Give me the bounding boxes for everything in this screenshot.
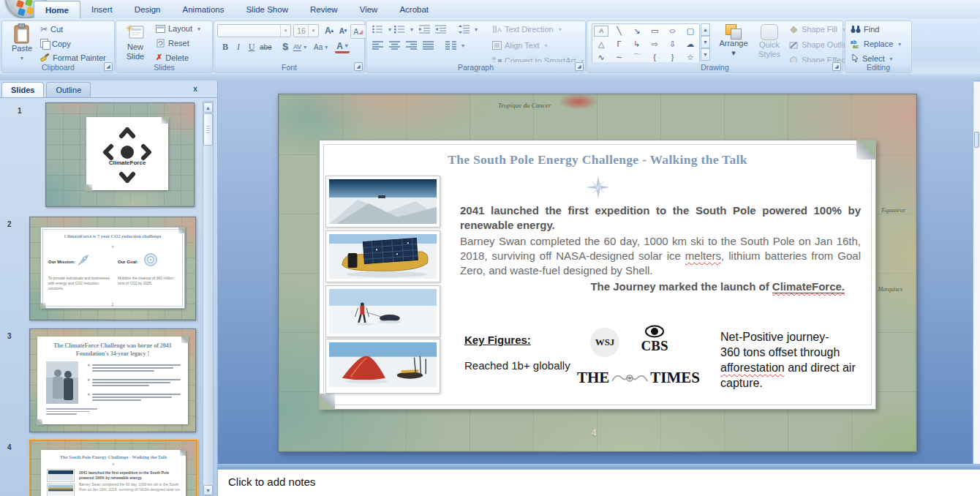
slide-thumbnail-4[interactable]: The South Pole Energy Challenge - Walkin… [29, 440, 197, 496]
panel-tab-outline[interactable]: Outline [46, 82, 91, 97]
main-scrollbar[interactable] [973, 82, 980, 464]
paste-clipboard-icon [13, 23, 31, 44]
font-dialog-launcher[interactable]: ◢ [354, 62, 363, 71]
tab-acrobat[interactable]: Acrobat [388, 1, 440, 18]
panel-close-button[interactable]: x [189, 83, 201, 95]
slides-panel-scrollbar[interactable]: ▲ ▼ [203, 101, 214, 496]
shapes-scroll-down-button[interactable]: ▼ [701, 36, 710, 48]
shrink-font-button[interactable]: A▾ [336, 24, 350, 37]
grow-font-button[interactable]: A▴ [322, 24, 336, 37]
quick-styles-button[interactable]: Quick Styles [754, 24, 785, 59]
clear-formatting-button[interactable]: A◢ [350, 24, 366, 39]
shape-fill-button[interactable]: Shape Fill [789, 25, 845, 34]
slide-body-textbox[interactable]: 2041 launched the first expedition to th… [460, 203, 861, 294]
shape-line-icon[interactable]: ╲ [610, 24, 627, 38]
photo-red-tent[interactable] [325, 339, 440, 394]
photo-skier[interactable] [325, 285, 440, 337]
tab-view[interactable]: View [349, 1, 389, 18]
copy-button[interactable]: Copy [40, 39, 71, 48]
drawing-dialog-launcher[interactable]: ◢ [832, 62, 841, 71]
text-direction-button[interactable]: A Text Direction [492, 25, 562, 34]
photo-solar-sled[interactable] [325, 230, 440, 282]
times-crest-icon [611, 371, 649, 386]
paste-label: Paste [12, 44, 32, 53]
shape-oval-icon[interactable]: ○ [659, 24, 685, 38]
arrange-button[interactable]: Arrange ▾ [716, 24, 751, 58]
notes-pane[interactable]: Click to add notes [218, 469, 980, 496]
replace-button[interactable]: abac Replace [851, 40, 901, 48]
slide-content-card[interactable]: The South Pole Energy Challenge - Walkin… [319, 140, 876, 410]
shape-triangle-icon[interactable]: △ [592, 38, 610, 51]
align-right-icon [406, 41, 417, 50]
shape-elbow-arrow-icon[interactable]: ↳ [628, 38, 646, 51]
clipboard-dialog-launcher[interactable]: ◢ [104, 62, 113, 71]
thumb4-star-icon: ✦ [41, 462, 186, 467]
align-text-button[interactable]: Align Text [492, 41, 548, 50]
strikethrough-button[interactable]: abe [258, 40, 274, 53]
justify-button[interactable] [423, 41, 434, 50]
change-case-button[interactable]: Aa [312, 40, 329, 53]
tab-review[interactable]: Review [299, 1, 349, 18]
panel-scrollbar-thumb[interactable] [203, 113, 213, 146]
decrease-indent-button[interactable] [419, 25, 430, 34]
main-scrollbar-thumb[interactable] [974, 132, 979, 148]
underline-button[interactable]: U [244, 40, 259, 53]
cut-button[interactable]: ✂ Cut [40, 24, 63, 34]
align-right-button[interactable] [406, 41, 417, 50]
shapes-more-button[interactable]: ▼ [701, 48, 710, 61]
panel-scroll-down-button[interactable]: ▼ [203, 485, 213, 495]
photo-snow-ridge[interactable] [325, 176, 440, 228]
tab-home[interactable]: Home [34, 1, 80, 18]
character-spacing-button[interactable]: AV [292, 40, 308, 53]
font-name-combo[interactable]: ▾ [217, 24, 291, 37]
slide-title[interactable]: The South Pole Energy Challenge - Walkin… [320, 152, 875, 168]
delete-slide-button[interactable]: ✗ Delete [156, 53, 189, 62]
format-painter-button[interactable]: Format Painter [40, 53, 106, 62]
bold-button[interactable]: B [218, 40, 233, 53]
slide-thumbnail-2[interactable]: ClimateForce is 7 year CO2 reduction cha… [29, 217, 196, 320]
tab-insert[interactable]: Insert [80, 1, 124, 18]
line-spacing-button[interactable] [459, 25, 478, 34]
font-color-button[interactable]: A [335, 40, 350, 53]
shape-arrow-icon[interactable]: ↘ [628, 24, 646, 38]
align-left-icon [372, 41, 383, 50]
shape-text-box-icon[interactable]: A [594, 26, 608, 37]
font-name-dropdown-arrow-icon[interactable]: ▾ [280, 25, 290, 37]
ribbon: Paste ▾ ✂ Cut Copy Format Painter Clipbo… [0, 18, 980, 74]
layout-label: Layout [168, 24, 192, 33]
find-button[interactable]: Find [851, 25, 879, 34]
net-positive-textbox[interactable]: Net-Positive journey- 360 tons offset th… [720, 329, 870, 391]
key-figures-textbox[interactable]: Key Figures: Reached 1b+ globally [464, 334, 570, 372]
increase-indent-button[interactable] [435, 25, 446, 34]
italic-button[interactable]: I [231, 40, 246, 53]
shapes-gallery[interactable]: A ╲ ↘ ▭ ○ ▢ △ Γ ↳ ⇨ ⇩ ☁ ∿ ∼ ⌒ { } ☆ [592, 23, 700, 64]
layout-button[interactable]: Layout [156, 24, 200, 33]
shape-elbow-connector-icon[interactable]: Γ [610, 38, 627, 51]
font-size-dropdown-arrow-icon[interactable]: ▾ [308, 25, 318, 37]
arrange-dropdown-arrow-icon[interactable]: ▾ [731, 48, 736, 58]
shape-down-arrow-icon[interactable]: ⇩ [663, 38, 681, 51]
slide-canvas[interactable]: Tropique du Cancer Equateur Iles Marquis… [278, 94, 917, 452]
shapes-scroll-up-button[interactable]: ▲ [701, 23, 710, 36]
shape-cloud-icon[interactable]: ☁ [682, 38, 699, 51]
text-shadow-button[interactable]: S [278, 40, 293, 53]
slide-thumbnail-3[interactable]: The ClimateForce Challenge was borne of … [29, 328, 196, 432]
panel-tab-slides[interactable]: Slides [1, 82, 44, 97]
reset-button[interactable]: Reset [156, 39, 189, 48]
notes-splitter[interactable] [218, 464, 980, 469]
paste-button[interactable]: Paste ▾ [7, 23, 37, 63]
shape-right-arrow-icon[interactable]: ⇨ [646, 38, 663, 51]
align-center-button[interactable] [389, 41, 400, 50]
tab-animations[interactable]: Animations [172, 1, 235, 18]
tab-design[interactable]: Design [124, 1, 172, 18]
slide-thumbnail-1[interactable]: ClimateForce [45, 102, 195, 207]
paragraph-dialog-launcher[interactable]: ◢ [575, 62, 584, 71]
numbering-button[interactable] [394, 25, 413, 34]
font-size-combo[interactable]: 16 ▾ [293, 24, 319, 37]
bullets-button[interactable] [372, 25, 391, 34]
align-left-button[interactable] [372, 41, 383, 50]
tab-slide-show[interactable]: Slide Show [235, 1, 299, 18]
columns-button[interactable] [445, 41, 464, 50]
panel-tabs: Slides Outline [1, 82, 93, 97]
panel-scroll-up-button[interactable]: ▲ [203, 102, 213, 113]
